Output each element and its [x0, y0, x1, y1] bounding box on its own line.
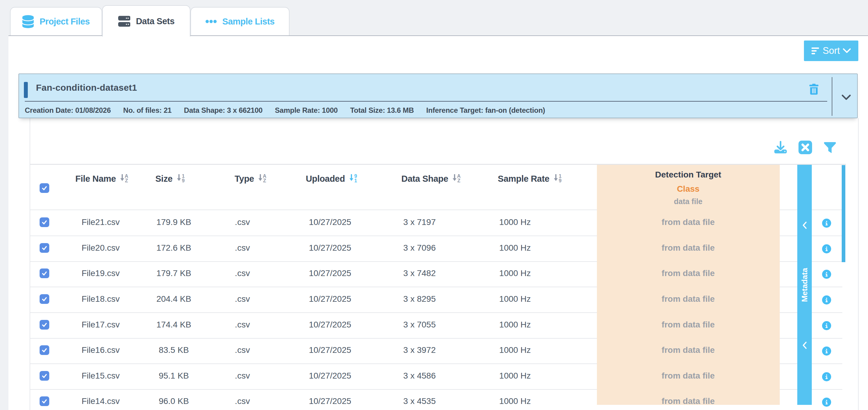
detection-target-class[interactable]: Class: [655, 184, 721, 194]
check-icon: [40, 397, 49, 405]
column-label: Data Shape: [401, 174, 448, 184]
cell-size: 204.4 KB: [156, 287, 191, 312]
cell-file-name: File19.csv: [82, 262, 120, 287]
row-checkbox[interactable]: [39, 243, 49, 253]
check-icon: [40, 321, 49, 329]
info-icon: [822, 244, 831, 253]
dataset-meta-row: Creation Date: 01/08/2026 No. of files: …: [25, 103, 826, 118]
row-checkbox[interactable]: [39, 345, 49, 355]
tab-label: Sample Lists: [222, 17, 275, 27]
cell-sample-rate: 1000 Hz: [499, 210, 531, 236]
check-icon: [40, 184, 49, 192]
clear-selection-button[interactable]: [798, 140, 812, 154]
tab-data-sets[interactable]: Data Sets: [102, 5, 190, 37]
sort-icon: 1 9: [553, 174, 562, 183]
column-label: Uploaded: [306, 174, 345, 184]
sort-icon: 1 9: [177, 174, 186, 183]
metadata-collapsed-strip[interactable]: Metadata: [797, 165, 812, 405]
cell-uploaded: 10/27/2025: [309, 389, 351, 410]
table-scrollbar-thumb[interactable]: [842, 165, 845, 262]
row-checkbox[interactable]: [39, 320, 49, 329]
cell-size: 96.0 KB: [159, 389, 189, 410]
column-header-type[interactable]: Type A Z: [235, 174, 267, 184]
column-label: File Name: [75, 174, 116, 184]
column-label: Sample Rate: [498, 174, 550, 184]
row-info-button[interactable]: [822, 244, 831, 253]
info-icon: [822, 398, 831, 407]
server-icon: [118, 15, 130, 28]
chevron-down-icon: [843, 48, 851, 53]
column-header-sample-rate[interactable]: Sample Rate 1 9: [498, 174, 562, 184]
info-icon: [822, 321, 831, 330]
row-info-button[interactable]: [822, 218, 831, 228]
chevron-down-icon: [842, 95, 851, 100]
check-icon: [40, 269, 49, 277]
filter-button[interactable]: [823, 142, 837, 154]
check-icon: [40, 218, 49, 226]
row-info-button[interactable]: [822, 372, 831, 381]
cell-file-name: File18.csv: [82, 287, 120, 312]
cell-data-shape: 3 x 7096: [403, 236, 435, 261]
cell-data-shape: 3 x 4535: [403, 389, 435, 410]
row-info-button[interactable]: [822, 347, 831, 356]
row-info-button[interactable]: [822, 398, 831, 407]
row-checkbox[interactable]: [39, 268, 49, 278]
sort-button[interactable]: Sort: [804, 40, 858, 61]
download-button[interactable]: [774, 140, 787, 154]
cell-sample-rate: 1000 Hz: [499, 236, 531, 261]
meta-sample-rate: Sample Rate: 1000: [275, 106, 338, 115]
cell-sample-rate: 1000 Hz: [499, 262, 531, 287]
select-all-checkbox[interactable]: [39, 183, 49, 193]
meta-file-count: No. of files: 21: [123, 106, 172, 115]
cell-data-shape: 3 x 8295: [403, 287, 435, 312]
tab-label: Project Files: [39, 17, 90, 27]
delete-dataset-button[interactable]: [807, 83, 820, 96]
svg-text:Z: Z: [263, 178, 266, 183]
cell-detection-target: from data file: [661, 338, 715, 363]
info-icon: [822, 347, 831, 356]
row-checkbox[interactable]: [39, 371, 49, 381]
title-underline: [25, 101, 827, 101]
cell-data-shape: 3 x 7197: [403, 210, 435, 236]
row-checkbox[interactable]: [39, 397, 49, 406]
column-label: Type: [235, 174, 254, 184]
tab-sample-lists[interactable]: Sample Lists: [190, 7, 289, 35]
x-square-icon: [799, 141, 812, 154]
column-header-data-shape[interactable]: Data Shape A Z: [401, 174, 461, 184]
cell-detection-target: from data file: [661, 313, 715, 338]
row-checkbox[interactable]: [39, 294, 49, 304]
cell-type: .csv: [235, 262, 250, 287]
cell-uploaded: 10/27/2025: [309, 236, 351, 261]
row-info-button[interactable]: [822, 295, 831, 304]
cell-uploaded: 10/27/2025: [309, 210, 351, 236]
column-header-file-name[interactable]: File Name A Z: [75, 174, 129, 184]
cell-uploaded: 10/27/2025: [309, 262, 351, 287]
cell-sample-rate: 1000 Hz: [499, 364, 531, 389]
cell-sample-rate: 1000 Hz: [499, 313, 531, 338]
meta-data-shape: Data Shape: 3 x 662100: [184, 106, 262, 115]
column-header-uploaded[interactable]: Uploaded 9 1: [306, 174, 358, 184]
row-checkbox[interactable]: [39, 217, 49, 227]
row-info-button[interactable]: [822, 270, 831, 279]
cell-type: .csv: [235, 389, 250, 410]
svg-text:9: 9: [559, 178, 561, 183]
tab-project-files[interactable]: Project Files: [10, 7, 102, 35]
cell-detection-target: from data file: [661, 389, 715, 410]
sort-label: Sort: [823, 46, 840, 56]
column-header-size[interactable]: Size 1 9: [155, 174, 186, 184]
download-icon: [774, 141, 787, 154]
cell-file-name: File15.csv: [82, 364, 120, 389]
cell-data-shape: 3 x 7055: [403, 313, 435, 338]
row-info-button[interactable]: [822, 321, 831, 330]
tab-label: Data Sets: [136, 16, 175, 26]
files-table: Detection Target Class data file File Na…: [30, 164, 846, 404]
collapse-dataset-button[interactable]: [839, 90, 854, 105]
info-icon: [822, 295, 831, 304]
cell-data-shape: 3 x 7482: [403, 262, 435, 287]
cell-type: .csv: [235, 338, 250, 363]
sort-icon: A Z: [258, 174, 267, 183]
cell-type: .csv: [235, 210, 250, 236]
filter-icon: [824, 142, 836, 153]
sort-icon: A Z: [120, 174, 129, 183]
svg-text:1: 1: [354, 178, 357, 183]
